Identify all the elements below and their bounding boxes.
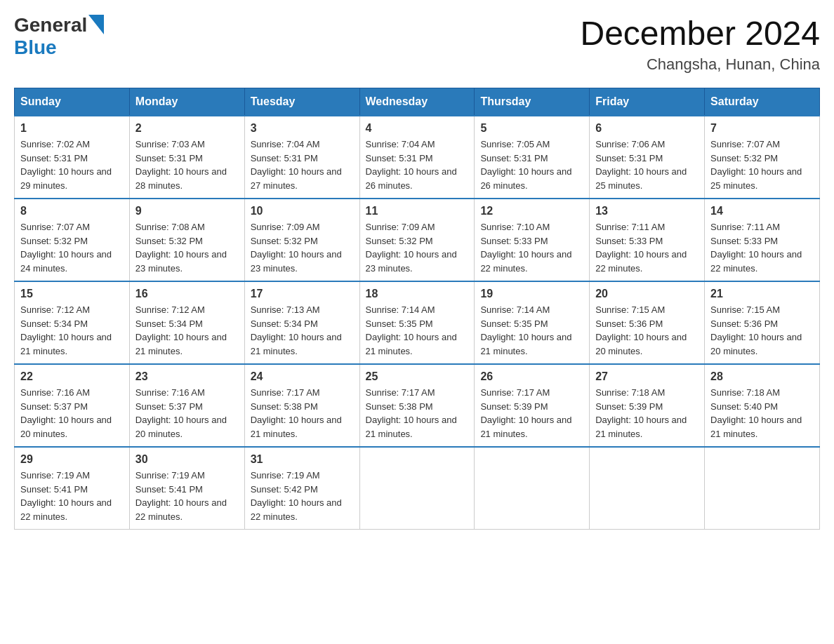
sunrise-label: Sunrise: 7:17 AM bbox=[251, 387, 320, 398]
day-info: Sunrise: 7:09 AM Sunset: 5:32 PM Dayligh… bbox=[251, 220, 354, 275]
day-info: Sunrise: 7:14 AM Sunset: 5:35 PM Dayligh… bbox=[366, 303, 469, 358]
sunset-label: Sunset: 5:32 PM bbox=[366, 236, 433, 246]
sunset-label: Sunset: 5:31 PM bbox=[251, 153, 318, 163]
sunset-label: Sunset: 5:31 PM bbox=[366, 153, 433, 163]
day-info: Sunrise: 7:11 AM Sunset: 5:33 PM Dayligh… bbox=[595, 220, 699, 275]
sunset-label: Sunset: 5:34 PM bbox=[20, 318, 88, 329]
day-cell-24: 24 Sunrise: 7:17 AM Sunset: 5:38 PM Dayl… bbox=[244, 364, 359, 447]
daylight-label: Daylight: 10 hours and 21 minutes. bbox=[480, 332, 571, 356]
day-number: 21 bbox=[710, 288, 814, 300]
sunset-label: Sunset: 5:32 PM bbox=[135, 236, 203, 246]
day-info: Sunrise: 7:03 AM Sunset: 5:31 PM Dayligh… bbox=[135, 137, 239, 192]
day-cell-8: 8 Sunrise: 7:07 AM Sunset: 5:32 PM Dayli… bbox=[15, 199, 130, 281]
daylight-label: Daylight: 10 hours and 22 minutes. bbox=[710, 249, 802, 274]
sunrise-label: Sunrise: 7:16 AM bbox=[135, 387, 205, 398]
sunset-label: Sunset: 5:36 PM bbox=[710, 318, 778, 329]
day-cell-31: 31 Sunrise: 7:19 AM Sunset: 5:42 PM Dayl… bbox=[244, 447, 359, 530]
daylight-label: Daylight: 10 hours and 20 minutes. bbox=[710, 332, 802, 356]
day-info: Sunrise: 7:05 AM Sunset: 5:31 PM Dayligh… bbox=[480, 137, 583, 192]
sunrise-label: Sunrise: 7:17 AM bbox=[366, 387, 435, 398]
day-cell-16: 16 Sunrise: 7:12 AM Sunset: 5:34 PM Dayl… bbox=[129, 281, 244, 364]
daylight-label: Daylight: 10 hours and 20 minutes. bbox=[135, 415, 227, 439]
sunset-label: Sunset: 5:34 PM bbox=[251, 318, 318, 329]
sunrise-label: Sunrise: 7:18 AM bbox=[595, 387, 665, 398]
sunrise-label: Sunrise: 7:04 AM bbox=[251, 139, 320, 149]
sunset-label: Sunset: 5:34 PM bbox=[135, 318, 203, 329]
day-number: 18 bbox=[366, 288, 469, 300]
day-info: Sunrise: 7:11 AM Sunset: 5:33 PM Dayligh… bbox=[710, 220, 814, 275]
day-number: 2 bbox=[135, 122, 239, 135]
day-cell-13: 13 Sunrise: 7:11 AM Sunset: 5:33 PM Dayl… bbox=[590, 199, 705, 281]
day-cell-4: 4 Sunrise: 7:04 AM Sunset: 5:31 PM Dayli… bbox=[359, 116, 475, 199]
sunset-label: Sunset: 5:35 PM bbox=[480, 318, 548, 329]
sunset-label: Sunset: 5:40 PM bbox=[710, 401, 778, 412]
day-number: 14 bbox=[710, 205, 814, 217]
day-cell-6: 6 Sunrise: 7:06 AM Sunset: 5:31 PM Dayli… bbox=[590, 116, 705, 199]
daylight-label: Daylight: 10 hours and 20 minutes. bbox=[20, 415, 112, 439]
sunrise-label: Sunrise: 7:14 AM bbox=[480, 304, 550, 315]
day-cell-20: 20 Sunrise: 7:15 AM Sunset: 5:36 PM Dayl… bbox=[590, 281, 705, 364]
sunrise-label: Sunrise: 7:08 AM bbox=[135, 222, 205, 232]
day-cell-11: 11 Sunrise: 7:09 AM Sunset: 5:32 PM Dayl… bbox=[359, 199, 475, 281]
sunset-label: Sunset: 5:39 PM bbox=[595, 401, 663, 412]
day-info: Sunrise: 7:08 AM Sunset: 5:32 PM Dayligh… bbox=[135, 220, 239, 275]
sunset-label: Sunset: 5:37 PM bbox=[20, 401, 88, 412]
daylight-label: Daylight: 10 hours and 21 minutes. bbox=[20, 332, 112, 356]
day-number: 15 bbox=[20, 288, 124, 300]
sunrise-label: Sunrise: 7:12 AM bbox=[135, 304, 205, 315]
day-number: 27 bbox=[595, 370, 699, 383]
sunrise-label: Sunrise: 7:11 AM bbox=[595, 222, 665, 232]
day-info: Sunrise: 7:19 AM Sunset: 5:42 PM Dayligh… bbox=[251, 469, 354, 523]
week-row-1: 1 Sunrise: 7:02 AM Sunset: 5:31 PM Dayli… bbox=[15, 116, 820, 199]
day-number: 10 bbox=[251, 205, 354, 217]
day-number: 26 bbox=[480, 370, 583, 383]
sunset-label: Sunset: 5:31 PM bbox=[135, 153, 203, 163]
empty-cell-4-3 bbox=[359, 447, 475, 530]
sunset-label: Sunset: 5:38 PM bbox=[251, 401, 318, 412]
day-cell-15: 15 Sunrise: 7:12 AM Sunset: 5:34 PM Dayl… bbox=[15, 281, 130, 364]
sunset-label: Sunset: 5:33 PM bbox=[480, 236, 548, 246]
day-info: Sunrise: 7:04 AM Sunset: 5:31 PM Dayligh… bbox=[366, 137, 469, 192]
day-number: 11 bbox=[366, 205, 469, 217]
day-cell-10: 10 Sunrise: 7:09 AM Sunset: 5:32 PM Dayl… bbox=[244, 199, 359, 281]
day-number: 29 bbox=[20, 453, 124, 466]
sunset-label: Sunset: 5:38 PM bbox=[366, 401, 433, 412]
day-number: 8 bbox=[20, 205, 124, 217]
sunset-label: Sunset: 5:36 PM bbox=[595, 318, 663, 329]
day-number: 23 bbox=[135, 370, 239, 383]
day-number: 17 bbox=[251, 288, 354, 300]
day-cell-23: 23 Sunrise: 7:16 AM Sunset: 5:37 PM Dayl… bbox=[129, 364, 244, 447]
day-info: Sunrise: 7:19 AM Sunset: 5:41 PM Dayligh… bbox=[135, 469, 239, 523]
daylight-label: Daylight: 10 hours and 21 minutes. bbox=[366, 332, 457, 356]
sunrise-label: Sunrise: 7:06 AM bbox=[595, 139, 665, 149]
sunrise-label: Sunrise: 7:16 AM bbox=[20, 387, 90, 398]
daylight-label: Daylight: 10 hours and 29 minutes. bbox=[20, 166, 112, 191]
sunrise-label: Sunrise: 7:03 AM bbox=[135, 139, 205, 149]
day-info: Sunrise: 7:14 AM Sunset: 5:35 PM Dayligh… bbox=[480, 303, 583, 358]
empty-cell-4-5 bbox=[590, 447, 705, 530]
sunset-label: Sunset: 5:32 PM bbox=[710, 153, 778, 163]
day-cell-29: 29 Sunrise: 7:19 AM Sunset: 5:41 PM Dayl… bbox=[15, 447, 130, 530]
sunrise-label: Sunrise: 7:12 AM bbox=[20, 304, 90, 315]
week-row-4: 22 Sunrise: 7:16 AM Sunset: 5:37 PM Dayl… bbox=[15, 364, 820, 447]
sunrise-label: Sunrise: 7:17 AM bbox=[480, 387, 550, 398]
day-cell-21: 21 Sunrise: 7:15 AM Sunset: 5:36 PM Dayl… bbox=[705, 281, 820, 364]
sunset-label: Sunset: 5:41 PM bbox=[135, 484, 203, 495]
day-number: 7 bbox=[710, 122, 814, 135]
daylight-label: Daylight: 10 hours and 25 minutes. bbox=[710, 166, 802, 191]
daylight-label: Daylight: 10 hours and 25 minutes. bbox=[595, 166, 687, 191]
day-cell-30: 30 Sunrise: 7:19 AM Sunset: 5:41 PM Dayl… bbox=[129, 447, 244, 530]
day-info: Sunrise: 7:07 AM Sunset: 5:32 PM Dayligh… bbox=[710, 137, 814, 192]
daylight-label: Daylight: 10 hours and 22 minutes. bbox=[251, 497, 342, 522]
day-number: 22 bbox=[20, 370, 124, 383]
day-cell-9: 9 Sunrise: 7:08 AM Sunset: 5:32 PM Dayli… bbox=[129, 199, 244, 281]
day-info: Sunrise: 7:17 AM Sunset: 5:39 PM Dayligh… bbox=[480, 386, 583, 441]
day-cell-3: 3 Sunrise: 7:04 AM Sunset: 5:31 PM Dayli… bbox=[244, 116, 359, 199]
day-number: 30 bbox=[135, 453, 239, 466]
day-cell-25: 25 Sunrise: 7:17 AM Sunset: 5:38 PM Dayl… bbox=[359, 364, 475, 447]
day-info: Sunrise: 7:19 AM Sunset: 5:41 PM Dayligh… bbox=[20, 469, 124, 523]
daylight-label: Daylight: 10 hours and 22 minutes. bbox=[595, 249, 687, 274]
day-cell-28: 28 Sunrise: 7:18 AM Sunset: 5:40 PM Dayl… bbox=[705, 364, 820, 447]
sunrise-label: Sunrise: 7:18 AM bbox=[710, 387, 780, 398]
daylight-label: Daylight: 10 hours and 22 minutes. bbox=[480, 249, 571, 274]
